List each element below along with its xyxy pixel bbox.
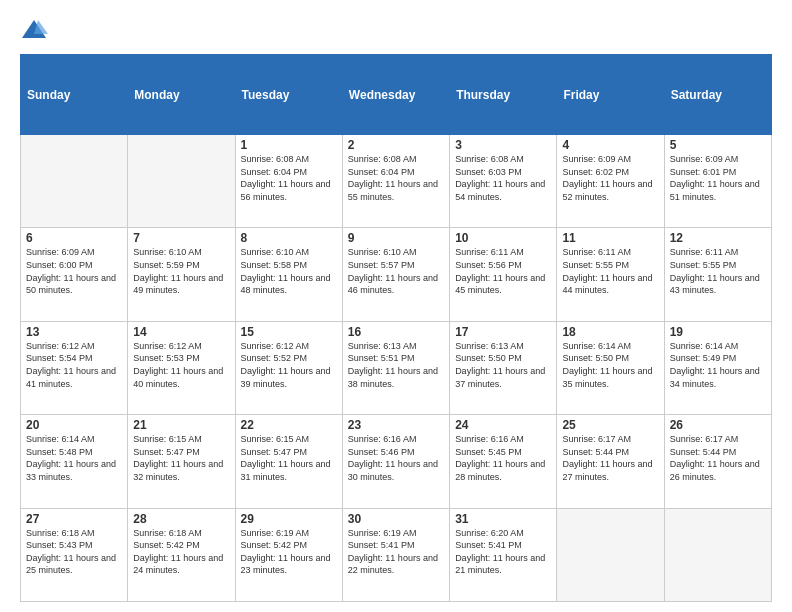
day-number: 24 [455,418,551,432]
day-number: 21 [133,418,229,432]
day-number: 25 [562,418,658,432]
day-info: Sunrise: 6:10 AM Sunset: 5:59 PM Dayligh… [133,246,229,296]
day-info: Sunrise: 6:14 AM Sunset: 5:49 PM Dayligh… [670,340,766,390]
calendar-cell: 1Sunrise: 6:08 AM Sunset: 6:04 PM Daylig… [235,135,342,228]
calendar-cell: 3Sunrise: 6:08 AM Sunset: 6:03 PM Daylig… [450,135,557,228]
day-info: Sunrise: 6:13 AM Sunset: 5:50 PM Dayligh… [455,340,551,390]
calendar-cell: 10Sunrise: 6:11 AM Sunset: 5:56 PM Dayli… [450,228,557,321]
day-header-sunday: Sunday [21,55,128,135]
day-info: Sunrise: 6:14 AM Sunset: 5:48 PM Dayligh… [26,433,122,483]
calendar-cell: 9Sunrise: 6:10 AM Sunset: 5:57 PM Daylig… [342,228,449,321]
day-number: 4 [562,138,658,152]
page: SundayMondayTuesdayWednesdayThursdayFrid… [0,0,792,612]
day-info: Sunrise: 6:13 AM Sunset: 5:51 PM Dayligh… [348,340,444,390]
calendar-cell: 31Sunrise: 6:20 AM Sunset: 5:41 PM Dayli… [450,508,557,601]
day-number: 22 [241,418,337,432]
calendar-cell [21,135,128,228]
day-number: 5 [670,138,766,152]
calendar-cell: 5Sunrise: 6:09 AM Sunset: 6:01 PM Daylig… [664,135,771,228]
day-info: Sunrise: 6:15 AM Sunset: 5:47 PM Dayligh… [241,433,337,483]
day-number: 18 [562,325,658,339]
day-number: 23 [348,418,444,432]
calendar-cell: 13Sunrise: 6:12 AM Sunset: 5:54 PM Dayli… [21,321,128,414]
day-info: Sunrise: 6:09 AM Sunset: 6:01 PM Dayligh… [670,153,766,203]
calendar-header: SundayMondayTuesdayWednesdayThursdayFrid… [21,55,772,135]
day-number: 19 [670,325,766,339]
day-info: Sunrise: 6:18 AM Sunset: 5:43 PM Dayligh… [26,527,122,577]
calendar-cell: 2Sunrise: 6:08 AM Sunset: 6:04 PM Daylig… [342,135,449,228]
day-number: 3 [455,138,551,152]
day-number: 2 [348,138,444,152]
day-info: Sunrise: 6:10 AM Sunset: 5:57 PM Dayligh… [348,246,444,296]
calendar-cell: 20Sunrise: 6:14 AM Sunset: 5:48 PM Dayli… [21,415,128,508]
day-info: Sunrise: 6:17 AM Sunset: 5:44 PM Dayligh… [562,433,658,483]
calendar-cell: 19Sunrise: 6:14 AM Sunset: 5:49 PM Dayli… [664,321,771,414]
svg-marker-1 [34,20,48,34]
day-info: Sunrise: 6:16 AM Sunset: 5:45 PM Dayligh… [455,433,551,483]
day-number: 10 [455,231,551,245]
calendar-cell: 28Sunrise: 6:18 AM Sunset: 5:42 PM Dayli… [128,508,235,601]
calendar-cell: 29Sunrise: 6:19 AM Sunset: 5:42 PM Dayli… [235,508,342,601]
day-number: 8 [241,231,337,245]
calendar-week-1: 6Sunrise: 6:09 AM Sunset: 6:00 PM Daylig… [21,228,772,321]
day-number: 16 [348,325,444,339]
day-info: Sunrise: 6:11 AM Sunset: 5:55 PM Dayligh… [562,246,658,296]
calendar-cell: 27Sunrise: 6:18 AM Sunset: 5:43 PM Dayli… [21,508,128,601]
day-info: Sunrise: 6:10 AM Sunset: 5:58 PM Dayligh… [241,246,337,296]
day-number: 6 [26,231,122,245]
day-number: 13 [26,325,122,339]
calendar-cell [557,508,664,601]
day-info: Sunrise: 6:18 AM Sunset: 5:42 PM Dayligh… [133,527,229,577]
calendar-week-0: 1Sunrise: 6:08 AM Sunset: 6:04 PM Daylig… [21,135,772,228]
day-number: 17 [455,325,551,339]
day-number: 30 [348,512,444,526]
calendar-cell [128,135,235,228]
calendar-week-2: 13Sunrise: 6:12 AM Sunset: 5:54 PM Dayli… [21,321,772,414]
calendar-cell: 4Sunrise: 6:09 AM Sunset: 6:02 PM Daylig… [557,135,664,228]
day-info: Sunrise: 6:20 AM Sunset: 5:41 PM Dayligh… [455,527,551,577]
calendar-cell: 22Sunrise: 6:15 AM Sunset: 5:47 PM Dayli… [235,415,342,508]
day-info: Sunrise: 6:12 AM Sunset: 5:52 PM Dayligh… [241,340,337,390]
day-number: 11 [562,231,658,245]
day-info: Sunrise: 6:17 AM Sunset: 5:44 PM Dayligh… [670,433,766,483]
day-number: 31 [455,512,551,526]
calendar-cell: 24Sunrise: 6:16 AM Sunset: 5:45 PM Dayli… [450,415,557,508]
calendar-cell: 11Sunrise: 6:11 AM Sunset: 5:55 PM Dayli… [557,228,664,321]
calendar-cell: 23Sunrise: 6:16 AM Sunset: 5:46 PM Dayli… [342,415,449,508]
day-info: Sunrise: 6:08 AM Sunset: 6:04 PM Dayligh… [241,153,337,203]
calendar-table: SundayMondayTuesdayWednesdayThursdayFrid… [20,54,772,602]
day-info: Sunrise: 6:11 AM Sunset: 5:56 PM Dayligh… [455,246,551,296]
calendar-cell: 6Sunrise: 6:09 AM Sunset: 6:00 PM Daylig… [21,228,128,321]
day-number: 29 [241,512,337,526]
day-header-friday: Friday [557,55,664,135]
calendar-cell: 14Sunrise: 6:12 AM Sunset: 5:53 PM Dayli… [128,321,235,414]
logo-icon [20,16,48,44]
header [20,16,772,44]
day-number: 20 [26,418,122,432]
day-info: Sunrise: 6:12 AM Sunset: 5:54 PM Dayligh… [26,340,122,390]
day-header-monday: Monday [128,55,235,135]
day-number: 14 [133,325,229,339]
day-number: 15 [241,325,337,339]
day-info: Sunrise: 6:12 AM Sunset: 5:53 PM Dayligh… [133,340,229,390]
day-info: Sunrise: 6:15 AM Sunset: 5:47 PM Dayligh… [133,433,229,483]
header-row: SundayMondayTuesdayWednesdayThursdayFrid… [21,55,772,135]
day-header-thursday: Thursday [450,55,557,135]
calendar-week-4: 27Sunrise: 6:18 AM Sunset: 5:43 PM Dayli… [21,508,772,601]
day-number: 28 [133,512,229,526]
calendar-cell: 21Sunrise: 6:15 AM Sunset: 5:47 PM Dayli… [128,415,235,508]
day-header-wednesday: Wednesday [342,55,449,135]
day-number: 9 [348,231,444,245]
day-info: Sunrise: 6:19 AM Sunset: 5:41 PM Dayligh… [348,527,444,577]
calendar-cell: 15Sunrise: 6:12 AM Sunset: 5:52 PM Dayli… [235,321,342,414]
day-info: Sunrise: 6:14 AM Sunset: 5:50 PM Dayligh… [562,340,658,390]
calendar-week-3: 20Sunrise: 6:14 AM Sunset: 5:48 PM Dayli… [21,415,772,508]
day-info: Sunrise: 6:08 AM Sunset: 6:04 PM Dayligh… [348,153,444,203]
day-number: 26 [670,418,766,432]
day-number: 1 [241,138,337,152]
day-header-saturday: Saturday [664,55,771,135]
calendar-cell [664,508,771,601]
calendar-cell: 8Sunrise: 6:10 AM Sunset: 5:58 PM Daylig… [235,228,342,321]
day-number: 7 [133,231,229,245]
logo [20,16,52,44]
